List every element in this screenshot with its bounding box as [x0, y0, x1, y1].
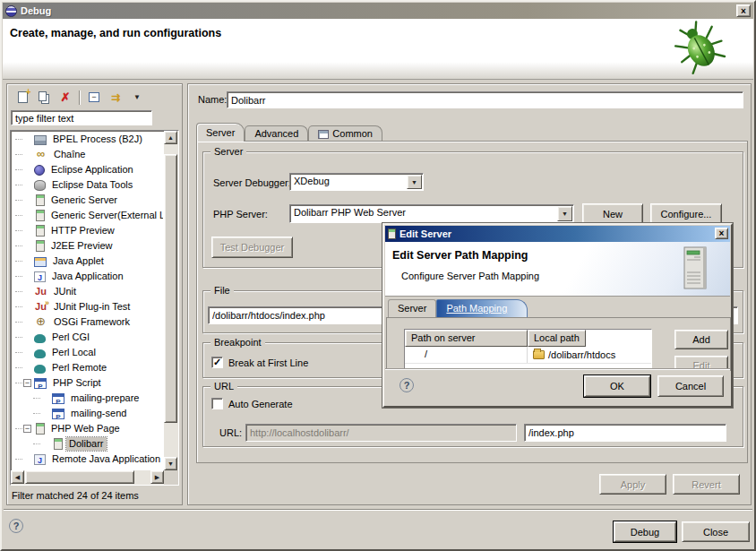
dialog-titlebar[interactable]: Edit Server × — [385, 226, 730, 242]
tree-item-label: Dolibarr — [66, 437, 107, 451]
revert-button[interactable]: Revert — [673, 474, 740, 495]
tree-item[interactable]: OSGi Framework — [12, 314, 163, 330]
configure-server-button[interactable]: Configure... — [650, 203, 722, 224]
tree-item[interactable]: −PHP Script — [12, 375, 163, 391]
hscroll-thumb[interactable] — [25, 470, 134, 484]
tree-item[interactable]: J2EE Preview — [12, 238, 163, 254]
tree-item[interactable]: Perl Remote — [12, 360, 163, 375]
php-server-select[interactable]: Dolibarr PHP Web Server ▼ — [289, 204, 574, 223]
php-icon — [34, 378, 47, 389]
apply-button[interactable]: Apply — [599, 474, 666, 495]
server-debugger-label: Server Debugger: — [213, 177, 291, 188]
filter-input[interactable] — [11, 110, 152, 125]
perl-icon — [34, 349, 46, 358]
server-debugger-select[interactable]: XDebug ▼ — [289, 173, 424, 191]
tree-item-label: JUnit Plug-in Test — [51, 300, 133, 314]
tab-common[interactable]: Common — [308, 125, 382, 142]
junit-icon — [34, 286, 47, 297]
tree-item[interactable]: Perl Local — [12, 345, 163, 360]
tree-item[interactable]: −PHP Web Page — [12, 421, 163, 436]
tree-item[interactable]: Generic Server(External La — [12, 208, 163, 223]
footer-separator — [4, 509, 752, 511]
tree-horizontal-scrollbar[interactable]: ◀ ▶ — [11, 470, 164, 485]
scroll-left-icon[interactable]: ◀ — [11, 470, 24, 484]
tree-item[interactable]: Eclipse Data Tools — [12, 177, 163, 193]
column-path-on-server[interactable]: Path on server — [405, 330, 528, 347]
new-configuration-icon[interactable] — [14, 90, 30, 106]
debug-configurations-window: Debug × Create, manage, and run configur… — [0, 0, 756, 551]
window-titlebar[interactable]: Debug × — [3, 3, 753, 19]
tree-item-label: mailing-send — [68, 407, 129, 420]
tree-item-label: J2EE Preview — [48, 239, 115, 253]
scroll-right-icon[interactable]: ▶ — [150, 470, 164, 484]
rja-icon — [34, 454, 46, 465]
tab-advanced[interactable]: Advanced — [245, 125, 308, 142]
banner: Create, manage, and run configurations — [3, 19, 753, 80]
tree-item[interactable]: Chaîne — [12, 147, 163, 162]
tree-item[interactable]: JUnit — [12, 284, 163, 299]
server-tower-icon — [682, 245, 710, 294]
tree-guide — [15, 459, 22, 460]
filter-status: Filter matched 24 of 24 items — [12, 490, 139, 501]
tree-item[interactable]: mailing-send — [12, 406, 163, 421]
tree-item[interactable]: mailing-prepare — [12, 391, 163, 406]
local-path-cell: /dolibarr/htdocs — [528, 347, 651, 363]
scroll-down-icon[interactable]: ▼ — [164, 457, 177, 470]
tree-item[interactable]: Generic Server — [12, 193, 163, 208]
tab-server[interactable]: Server — [196, 123, 245, 142]
chevron-down-icon[interactable]: ▼ — [407, 175, 422, 189]
tree-item[interactable]: Java Applet — [12, 254, 163, 269]
local-path-text: /dolibarr/htdocs — [548, 349, 615, 360]
dialog-close-button[interactable]: × — [715, 228, 728, 239]
debug-button[interactable]: Debug — [614, 521, 676, 542]
tree-item[interactable]: Perl CGI — [12, 330, 163, 345]
filter-icon[interactable]: ⇉ — [107, 90, 124, 106]
bug-icon — [665, 12, 735, 82]
path-mapping-table: Path on server Local path //dolibarr/htd… — [404, 329, 652, 371]
dialog-tab-path-mapping[interactable]: Path Mapping — [436, 299, 528, 317]
tree-vertical-scrollbar[interactable]: ▲ ▼ — [164, 131, 178, 470]
mapping-row[interactable]: //dolibarr/htdocs — [405, 347, 651, 363]
test-debugger-button[interactable]: Test Debugger — [211, 237, 293, 258]
break-first-line-checkbox[interactable] — [211, 357, 223, 368]
tree-item-label: Java Applet — [50, 254, 107, 268]
vscroll-thumb[interactable] — [164, 154, 177, 423]
duplicate-configuration-icon[interactable] — [36, 90, 52, 106]
tree-item[interactable]: Remote Java Application — [12, 452, 163, 467]
tree-item[interactable]: Dolibarr — [12, 436, 163, 452]
url-path-input[interactable] — [524, 424, 726, 442]
tree-item-label: Java Application — [49, 270, 126, 283]
name-input[interactable] — [227, 91, 743, 108]
chevron-down-icon[interactable]: ▼ — [557, 206, 572, 221]
add-mapping-button[interactable]: Add — [674, 330, 728, 349]
table-header: Path on server Local path — [405, 330, 651, 347]
auto-generate-checkbox[interactable] — [211, 398, 223, 409]
server-icon — [36, 210, 45, 221]
tree-item[interactable]: HTTP Preview — [12, 223, 163, 238]
toolbar-menu-caret-icon[interactable]: ▼ — [129, 90, 145, 106]
tree-item[interactable]: BPEL Process (B2J) — [12, 132, 163, 147]
tree-item[interactable]: Eclipse Application — [12, 162, 163, 177]
new-server-button[interactable]: New — [582, 203, 643, 224]
help-icon[interactable]: ? — [9, 519, 23, 533]
perl-icon — [34, 365, 46, 374]
cancel-button[interactable]: Cancel — [657, 375, 724, 397]
php-icon — [52, 409, 64, 419]
column-local-path[interactable]: Local path — [528, 330, 586, 347]
close-button[interactable]: Close — [682, 521, 750, 542]
tree-item-label: BPEL Process (B2J) — [50, 133, 145, 146]
window-close-button[interactable]: × — [736, 4, 751, 17]
dialog-tab-server[interactable]: Server — [388, 299, 436, 317]
scroll-up-icon[interactable]: ▲ — [164, 131, 177, 144]
delete-configuration-icon[interactable]: ✗ — [57, 90, 73, 106]
ok-button[interactable]: OK — [584, 375, 650, 397]
tree-expander-minus-icon[interactable]: − — [23, 425, 31, 433]
dialog-help-icon[interactable]: ? — [399, 378, 414, 392]
breakpoint-group-label: Breakpoint — [210, 336, 265, 349]
tree-item-label: Generic Server(External La — [48, 209, 163, 222]
tree-item[interactable]: Java Application — [12, 269, 163, 284]
collapse-all-icon[interactable]: − — [86, 90, 102, 106]
tree-expander-minus-icon[interactable]: − — [23, 379, 31, 387]
url-group-label: URL — [210, 380, 237, 392]
tree-item[interactable]: JUnit Plug-in Test — [12, 299, 163, 314]
